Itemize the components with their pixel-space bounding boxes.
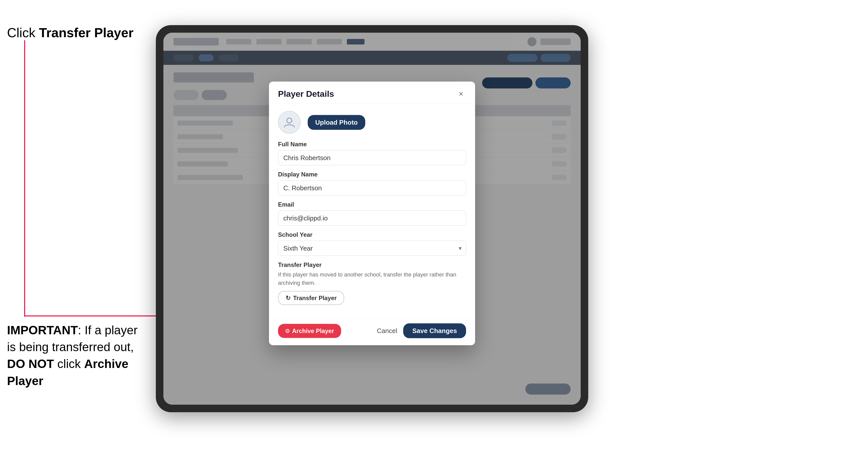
photo-row: Upload Photo [278,111,466,134]
school-year-select-wrapper: First Year Second Year Third Year Fourth… [278,241,466,256]
full-name-input[interactable] [278,150,466,165]
transfer-icon: ↻ [285,294,290,302]
instruction-bottom: IMPORTANT: If a player is being transfer… [7,322,148,389]
tablet-device: Player Details × Upload Photo [156,25,588,412]
player-details-modal: Player Details × Upload Photo [269,82,475,345]
photo-placeholder [278,111,301,134]
modal-header: Player Details × [269,82,475,104]
transfer-player-section: Transfer Player If this player has moved… [278,261,466,305]
archive-player-button[interactable]: ⊙ Archive Player [278,324,341,338]
school-year-group: School Year First Year Second Year Third… [278,231,466,256]
instruction-bold: Transfer Player [39,25,133,40]
modal-close-button[interactable]: × [456,89,466,99]
annotation-line-vertical [24,40,25,317]
modal-footer-right: Cancel Save Changes [377,323,466,338]
modal-title: Player Details [278,89,334,98]
svg-point-0 [287,118,292,123]
full-name-label: Full Name [278,141,466,148]
school-year-select[interactable]: First Year Second Year Third Year Fourth… [278,241,466,256]
instruction-important: IMPORTANT [7,323,78,337]
archive-icon: ⊙ [285,328,289,334]
transfer-section-label: Transfer Player [278,261,466,269]
email-group: Email [278,201,466,226]
instruction-prefix: Click [7,25,39,40]
email-label: Email [278,201,466,208]
cancel-button[interactable]: Cancel [377,327,397,335]
display-name-input[interactable] [278,181,466,195]
transfer-button-label: Transfer Player [293,294,337,302]
save-changes-button[interactable]: Save Changes [403,323,466,338]
instruction-do-not: DO NOT [7,357,54,371]
upload-photo-button[interactable]: Upload Photo [308,115,365,130]
email-input[interactable] [278,211,466,226]
school-year-label: School Year [278,231,466,238]
transfer-player-button[interactable]: ↻ Transfer Player [278,291,344,305]
display-name-group: Display Name [278,171,466,195]
transfer-section-description: If this player has moved to another scho… [278,271,466,287]
display-name-label: Display Name [278,171,466,178]
tablet-screen: Player Details × Upload Photo [163,33,581,405]
full-name-group: Full Name [278,141,466,165]
modal-body: Upload Photo Full Name Display Name Emai… [269,104,475,318]
instruction-top: Click Transfer Player [7,25,133,40]
modal-footer: ⊙ Archive Player Cancel Save Changes [269,318,475,345]
archive-button-label: Archive Player [292,327,334,334]
